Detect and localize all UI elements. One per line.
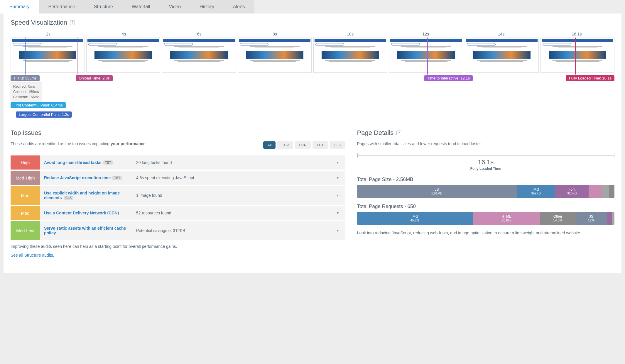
issue-row[interactable]: HighAvoid long main-thread tasksTBT20 lo… [11,155,345,170]
marker-tti[interactable]: Time to Interactive: 12.1s [424,75,473,81]
filter-cls[interactable]: CLS [330,141,345,149]
section-heading: Top Issues [11,129,41,136]
issue-row[interactable]: MedUse a Content Delivery Network (CDN)5… [11,206,345,220]
bar-segment-other[interactable]: Other14.5% [540,212,576,225]
see-all-audits-link[interactable]: See all Structure audits. [11,253,54,258]
marker-ttfb[interactable]: TTFB: 335ms [11,75,40,81]
top-issues-footer: Improving these audits seen here can hel… [11,244,345,249]
tab-bar: SummaryPerformanceStructureWaterfallVide… [0,0,625,13]
tab-video[interactable]: Video [160,0,190,13]
page-details-section: Page Details ? Pages with smaller total … [357,129,614,258]
issue-title[interactable]: Reduce JavaScript execution timeTBT [44,175,132,180]
page-requests-bar[interactable]: IMG45.2%HTML25.8%Other14.5%JS12% [357,212,614,225]
marker-tags: TTFB: 335ms Redirect: 0ms Connect: 169ms… [11,75,614,122]
chevron-down-icon[interactable]: ▾ [334,160,341,165]
severity-badge: High [11,155,40,170]
tab-summary[interactable]: Summary [0,0,39,13]
bar-segment-misc[interactable] [609,185,614,198]
bar-segment-misc[interactable] [612,212,614,225]
fully-loaded-label: Fully Loaded Time [357,167,614,171]
issue-row[interactable]: Med-HighReduce JavaScript execution time… [11,171,345,185]
axis-tick: 16.1s [539,32,614,38]
marker-fcp[interactable]: First Contentful Paint: 654ms [11,102,66,108]
bar-segment-misc[interactable] [602,185,609,198]
bar-segment-js[interactable]: JS12% [576,212,607,225]
speed-visualization-section: Speed Visualization ? [4,13,621,32]
issues-list: HighAvoid long main-thread tasksTBT20 lo… [11,155,345,240]
filmstrip-frame[interactable] [313,38,387,73]
axis-tick: 12s [388,32,463,38]
issue-desc: 1 image found [136,193,330,198]
total-page-requests-heading: Total Page Requests - 650 [357,204,614,209]
issue-desc: 4.6s spent executing JavaScript [136,175,330,180]
total-page-size-heading: Total Page Size - 2.56MB [357,177,614,182]
tab-alerts[interactable]: Alerts [224,0,254,13]
page-size-bar[interactable]: JS1.61MBIMG392KBFont328KB [357,185,614,198]
filter-lcp[interactable]: LCP [295,141,310,149]
chevron-down-icon[interactable]: ▾ [334,211,341,215]
axis-tick: 6s [162,32,237,38]
section-heading: Page Details [357,129,394,136]
tab-waterfall[interactable]: Waterfall [122,0,160,13]
filmstrip-frame[interactable] [540,38,614,73]
bar-segment-font[interactable]: Font328KB [555,185,589,198]
filmstrip-frame[interactable] [11,38,85,73]
bar-segment-js[interactable]: JS1.61MB [357,185,517,198]
fully-loaded-time: 16.1s [357,158,614,166]
timeline-bar [357,155,614,156]
time-axis: 2s4s6s8s10s12s14s16.1s [11,32,614,38]
issue-row[interactable]: Med-LowServe static assets with an effic… [11,221,345,240]
marker-flt[interactable]: Fully Loaded Time: 16.1s [566,75,614,81]
section-heading: Speed Visualization [11,19,67,26]
help-icon[interactable]: ? [396,131,401,135]
issue-title[interactable]: Use a Content Delivery Network (CDN) [44,211,132,215]
axis-tick: 2s [11,32,86,38]
help-icon[interactable]: ? [70,20,75,25]
issue-title[interactable]: Use explicit width and height on image e… [44,191,132,200]
marker-ttfb-details: Redirect: 0ms Connect: 169ms Backend: 16… [11,82,42,101]
chevron-down-icon[interactable]: ▾ [334,228,341,233]
tab-history[interactable]: History [190,0,224,13]
marker-lcp[interactable]: Largest Contentful Paint: 1.2s [16,111,72,118]
bar-segment-misc[interactable] [589,185,602,198]
page-details-footer: Look into reducing JavaScript, reducing … [357,231,614,235]
axis-tick: 14s [464,32,539,38]
filmstrip-frame[interactable] [465,38,539,73]
tab-structure[interactable]: Structure [85,0,122,13]
filter-tbt[interactable]: TBT [312,141,328,149]
axis-tick: 10s [312,32,388,38]
issue-title[interactable]: Serve static assets with an efficient ca… [44,226,132,235]
page-details-subtext: Pages with smaller total sizes and fewer… [357,141,614,146]
bar-segment-html[interactable]: HTML25.8% [473,212,540,225]
issue-tag: TBT [103,160,113,165]
filter-all[interactable]: All [263,141,276,149]
bar-segment-img[interactable]: IMG392KB [517,185,555,198]
bar-segment-misc[interactable] [607,212,612,225]
issue-tag: TBT [112,176,122,180]
filmstrip-frame[interactable] [162,38,236,73]
severity-badge: Med-Low [11,221,40,240]
issue-row[interactable]: MedUse explicit width and height on imag… [11,186,345,205]
issue-desc: 20 long tasks found [136,160,330,165]
severity-badge: Med [11,206,40,220]
filmstrip-frame[interactable] [86,38,160,73]
axis-tick: 8s [237,32,312,38]
tab-performance[interactable]: Performance [39,0,85,13]
issue-desc: Potential savings of 312KB [136,228,330,233]
issue-desc: 52 resources found [136,211,330,215]
top-issues-section: Top Issues These audits are identified a… [11,129,345,258]
chevron-down-icon[interactable]: ▾ [334,193,341,197]
severity-badge: Med [11,186,40,205]
issue-title[interactable]: Avoid long main-thread tasksTBT [44,160,132,165]
top-issues-description: These audits are identified as the top i… [11,141,263,146]
marker-onload[interactable]: Onload Time: 2.8s [76,75,113,81]
issue-tag: CLS [64,196,73,200]
filmstrip-frame[interactable] [389,38,463,73]
bar-segment-img[interactable]: IMG45.2% [357,212,473,225]
filter-fcp[interactable]: FCP [277,141,293,149]
chevron-down-icon[interactable]: ▾ [334,176,341,180]
severity-badge: Med-High [11,171,40,185]
filmstrip [11,38,614,73]
filmstrip-frame[interactable] [238,38,312,73]
axis-tick: 4s [86,32,161,38]
